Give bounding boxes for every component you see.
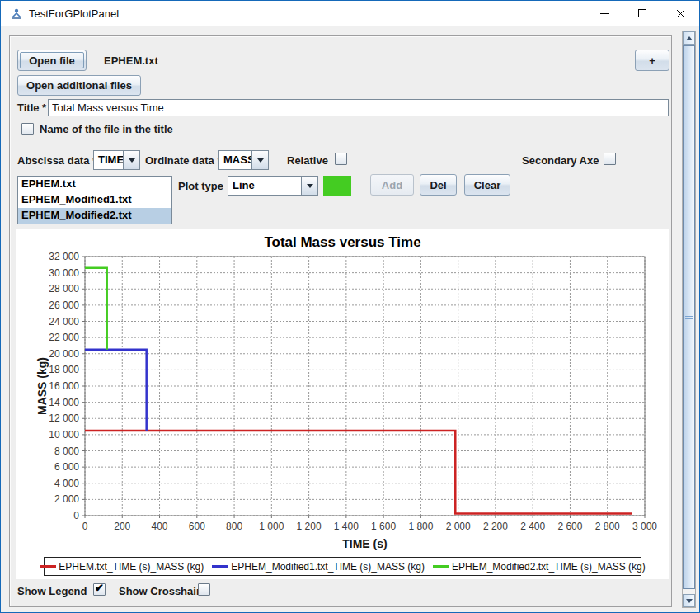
y-tick-label: 20 000 <box>49 348 79 360</box>
x-tick-label: 1 800 <box>408 521 433 532</box>
chart-legend: EPHEM.txt_TIME (s)_MASS (kg)EPHEM_Modifi… <box>44 557 641 576</box>
name-in-title-label: Name of the file in the title <box>40 123 173 135</box>
legend-entry-label: EPHEM_Modified2.txt_TIME (s)_MASS (kg) <box>452 561 646 573</box>
x-tick-label: 2 200 <box>483 521 508 532</box>
maximize-button[interactable] <box>623 1 661 26</box>
abscissa-data-combobox[interactable]: TIME <box>93 150 140 170</box>
del-button[interactable]: Del <box>420 174 457 196</box>
list-item[interactable]: EPHEM_Modified2.txt <box>18 208 171 224</box>
x-axis-label: TIME (s) <box>85 537 645 550</box>
secondary-axe-label: Secondary Axe <box>522 154 599 167</box>
scroll-down-button[interactable] <box>683 594 695 607</box>
open-additional-files-button[interactable]: Open additional files <box>17 75 141 96</box>
title-input[interactable] <box>48 99 669 116</box>
x-tick-label: 2 800 <box>595 521 620 532</box>
ordinate-combo-value: MASS <box>219 151 251 169</box>
show-legend-label: Show Legend <box>17 585 87 597</box>
y-tick-label: 18 000 <box>49 364 79 375</box>
y-tick-label: 32 000 <box>49 251 79 262</box>
y-tick-label: 16 000 <box>49 380 79 392</box>
window-title: TestForGPlotPanel <box>29 7 119 20</box>
check-icon: ✔ <box>95 582 104 594</box>
abscissa-combo-value: TIME <box>94 151 123 169</box>
y-tick-label: 4 000 <box>54 478 79 489</box>
opened-file-label: EPHEM.txt <box>104 54 158 67</box>
relative-label: Relative <box>287 154 328 167</box>
x-tick-label: 1 000 <box>259 521 284 532</box>
x-tick-label: 0 <box>82 521 88 532</box>
list-item[interactable]: EPHEM_Modified1.txt <box>18 192 171 208</box>
name-in-title-checkbox[interactable]: ✔ <box>21 123 34 135</box>
open-file-button[interactable]: Open file <box>17 50 87 71</box>
scrollbar-grip-icon <box>685 314 693 321</box>
minimize-icon <box>600 13 609 14</box>
y-tick-label: 0 <box>73 510 79 521</box>
y-tick-label: 30 000 <box>49 267 79 279</box>
secondary-axe-checkbox[interactable]: ✔ <box>604 153 616 165</box>
arrow-down-icon <box>686 599 693 603</box>
title-bar: TestForGPlotPanel <box>1 1 699 26</box>
x-tick-label: 400 <box>152 521 168 532</box>
x-tick-label: 1 600 <box>371 521 396 532</box>
close-icon <box>676 9 685 18</box>
clear-button[interactable]: Clear <box>464 174 510 196</box>
show-crosshair-checkbox[interactable]: ✔ <box>198 583 210 596</box>
plot-area: 02004006008001 0001 2001 4001 6001 8002 … <box>16 229 669 579</box>
abscissa-data-label: Abscissa data * <box>17 154 96 167</box>
add-button[interactable]: Add <box>370 174 414 196</box>
x-tick-label: 200 <box>114 521 130 532</box>
y-tick-label: 10 000 <box>49 429 79 441</box>
y-tick-label: 12 000 <box>49 413 79 424</box>
minimize-button[interactable] <box>585 1 623 26</box>
x-tick-label: 1 200 <box>297 521 322 532</box>
plot-type-label: Plot type <box>178 180 223 192</box>
series-line <box>85 431 632 514</box>
ordinate-data-label: Ordinate data * <box>145 154 221 167</box>
legend-entry-label: EPHEM_Modified1.txt_TIME (s)_MASS (kg) <box>231 561 425 573</box>
series-color-swatch[interactable] <box>323 176 351 196</box>
y-tick-label: 22 000 <box>49 332 79 343</box>
relative-checkbox[interactable]: ✔ <box>335 153 347 165</box>
y-axis-label: MASS (kg) <box>35 304 49 469</box>
y-tick-label: 24 000 <box>49 316 79 328</box>
chart-panel: Total Mass versus Time 02004006008001 00… <box>16 229 669 579</box>
legend-entry-label: EPHEM.txt_TIME (s)_MASS (kg) <box>59 561 204 573</box>
scroll-up-button[interactable] <box>683 31 695 45</box>
legend-line-icon <box>212 565 228 568</box>
x-tick-label: 600 <box>189 521 205 532</box>
plot-type-combo-value: Line <box>228 177 301 195</box>
chevron-down-icon <box>251 151 268 169</box>
title-field-label: Title * <box>17 101 46 114</box>
vertical-scrollbar[interactable] <box>682 31 696 608</box>
show-legend-checkbox[interactable]: ✔ <box>93 583 106 596</box>
maximize-icon <box>638 9 646 17</box>
y-tick-label: 8 000 <box>54 446 79 457</box>
chevron-down-icon <box>123 151 139 169</box>
legend-entry: EPHEM_Modified1.txt_TIME (s)_MASS (kg) <box>212 561 425 573</box>
arrow-up-icon <box>686 36 693 40</box>
y-tick-label: 26 000 <box>49 299 79 311</box>
app-window: TestForGPlotPanel Open file EPHEM.txt + … <box>0 0 700 613</box>
show-crosshair-label: Show Crosshair <box>119 585 200 597</box>
ordinate-data-combobox[interactable]: MASS <box>218 150 269 170</box>
scrollbar-thumb[interactable] <box>683 45 695 589</box>
y-tick-label: 2 000 <box>54 493 79 505</box>
x-tick-label: 3 000 <box>632 521 657 532</box>
x-tick-label: 2 400 <box>520 521 545 532</box>
y-tick-label: 6 000 <box>54 461 79 473</box>
legend-line-icon <box>40 565 56 568</box>
list-item[interactable]: EPHEM.txt <box>18 177 171 192</box>
app-icon <box>10 7 24 21</box>
x-tick-label: 2 000 <box>446 521 471 532</box>
x-tick-label: 800 <box>226 521 242 532</box>
legend-entry: EPHEM.txt_TIME (s)_MASS (kg) <box>40 561 204 573</box>
chevron-down-icon <box>301 177 317 195</box>
legend-line-icon <box>433 565 449 568</box>
y-tick-label: 28 000 <box>49 283 79 295</box>
plot-type-combobox[interactable]: Line <box>228 176 318 196</box>
add-tab-button[interactable]: + <box>635 50 669 71</box>
close-button[interactable] <box>661 1 699 26</box>
legend-entry: EPHEM_Modified2.txt_TIME (s)_MASS (kg) <box>433 561 646 573</box>
x-tick-label: 1 400 <box>334 521 359 532</box>
y-tick-label: 14 000 <box>49 397 79 408</box>
